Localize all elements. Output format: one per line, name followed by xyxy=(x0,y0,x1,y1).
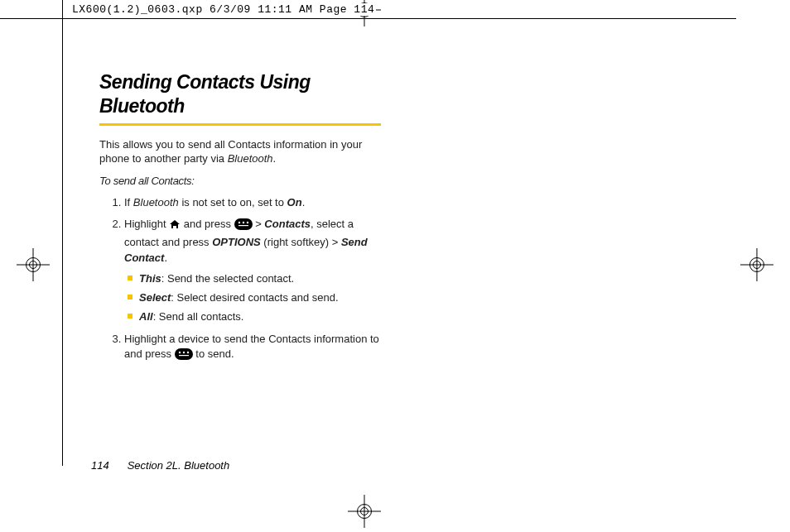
page-title: Sending Contacts Using Bluetooth xyxy=(99,70,389,118)
step1-bluetooth: Bluetooth xyxy=(133,196,179,208)
svg-point-8 xyxy=(187,352,189,353)
svg-rect-4 xyxy=(238,225,248,226)
registration-mark-right xyxy=(740,248,773,281)
svg-rect-9 xyxy=(179,355,189,356)
intro-bluetooth-word: Bluetooth xyxy=(228,152,273,165)
procedure-subhead: To send all Contacts: xyxy=(99,175,389,187)
page-content: Sending Contacts Using Bluetooth This al… xyxy=(99,70,389,371)
svg-rect-0 xyxy=(234,218,253,230)
step-1: If Bluetooth is not set to on, set to On… xyxy=(124,195,389,211)
svg-point-3 xyxy=(246,222,248,223)
svg-rect-5 xyxy=(175,348,193,360)
page-footer: 114 Section 2L. Bluetooth xyxy=(91,459,229,472)
registration-mark-left xyxy=(17,248,50,281)
svg-point-1 xyxy=(238,222,239,223)
page-number: 114 xyxy=(91,459,124,472)
section-label: Section 2L. Bluetooth xyxy=(128,459,230,472)
svg-point-2 xyxy=(242,222,243,223)
intro-paragraph: This allows you to send all Contacts inf… xyxy=(99,137,389,166)
registration-mark-bottom xyxy=(348,495,381,528)
menu-key-icon xyxy=(175,348,193,365)
crop-line-left xyxy=(62,0,63,466)
steps-list: If Bluetooth is not set to on, set to On… xyxy=(99,195,389,366)
intro-text-suffix: . xyxy=(273,152,277,165)
step2-contacts: Contacts xyxy=(264,218,311,230)
step1-on: On xyxy=(287,196,302,208)
bullet-select: Select: Select desired contacts and send… xyxy=(128,290,389,306)
bullet-all: All: Send all contacts. xyxy=(128,309,389,325)
bullet-this: This: Send the selected contact. xyxy=(128,271,389,287)
menu-key-icon xyxy=(234,218,253,235)
step-2: Highlight and press > Contacts, select a… xyxy=(124,217,389,324)
step-3: Highlight a device to send the Contacts … xyxy=(124,332,389,366)
svg-point-7 xyxy=(183,352,185,353)
document-header: LX600(1.2)_0603.qxp 6/3/09 11:11 AM Page… xyxy=(70,3,376,16)
step2-options: OPTIONS xyxy=(212,236,261,248)
step2-bullets: This: Send the selected contact. Select:… xyxy=(124,271,389,325)
title-underline xyxy=(99,123,381,126)
crop-line-top xyxy=(0,18,736,19)
home-icon xyxy=(169,218,181,234)
svg-point-6 xyxy=(179,352,181,353)
